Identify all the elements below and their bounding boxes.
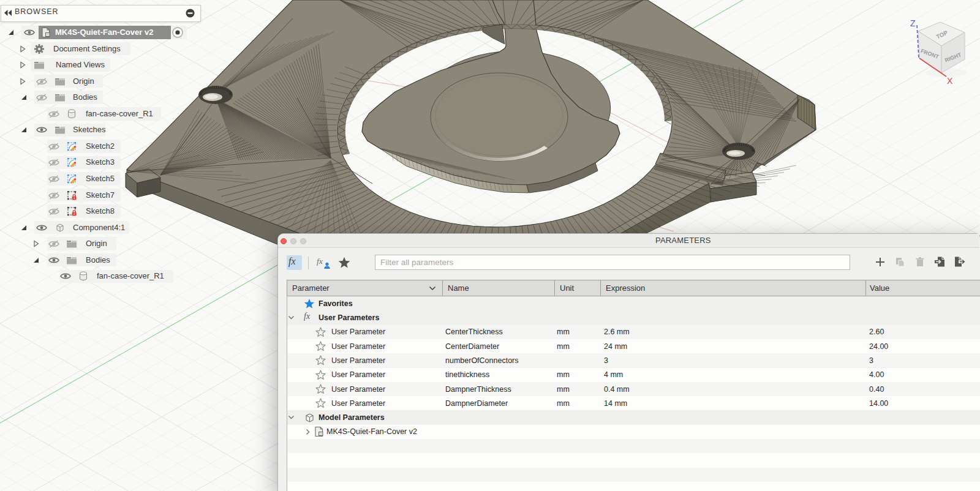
svg-text:Z: Z [910,18,916,28]
svg-text:X: X [947,76,953,86]
